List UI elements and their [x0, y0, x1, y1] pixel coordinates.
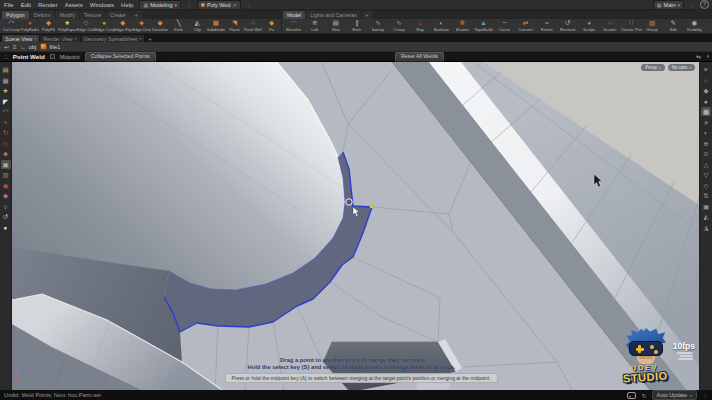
- desk-selector[interactable]: ▦ Main ▾: [653, 0, 684, 10]
- -[interactable]: +: [131, 11, 142, 19]
- knife[interactable]: ╲ Knife: [169, 19, 188, 33]
- view-mode-icon[interactable]: ▣: [1, 160, 11, 169]
- headlight-icon[interactable]: ◐: [701, 128, 711, 137]
- create[interactable]: Create: [106, 11, 130, 19]
- viewport-canvas[interactable]: Persp ▾ No cam ▾ Drag a point to another…: [12, 62, 699, 390]
- lock-icon[interactable]: ◆: [701, 86, 711, 95]
- grip-dots-icon[interactable]: ⋮: [702, 392, 708, 399]
- auto-update-selector[interactable]: Auto Update ▾: [652, 390, 697, 400]
- camera-icon[interactable]: ◮: [701, 223, 711, 232]
- camera-select-button[interactable]: No cam ▾: [668, 64, 695, 71]
- menu-item[interactable]: Windows: [89, 2, 115, 8]
- -[interactable]: +: [362, 11, 373, 19]
- flipbook-icon[interactable]: ◆: [1, 191, 11, 200]
- refine[interactable]: ≈ Refine: [536, 19, 557, 32]
- star-icon[interactable]: ★: [1, 86, 11, 95]
- record-icon[interactable]: ◉: [1, 181, 11, 190]
- polyfill[interactable]: ◆ PolyFill: [39, 19, 58, 33]
- sweep[interactable]: ∿ Sweep: [367, 19, 388, 32]
- target-point[interactable]: [370, 205, 373, 208]
- scene-3d[interactable]: [12, 62, 699, 390]
- lights-and-cameras[interactable]: Lights and Cameras: [306, 11, 360, 19]
- hide-unselected-icon[interactable]: ○: [701, 76, 711, 85]
- measure-icon[interactable]: ⇅: [701, 191, 711, 200]
- render-view[interactable]: Render View ▾: [40, 35, 80, 42]
- edge-cusp[interactable]: ● Edge Cusp: [95, 19, 114, 33]
- subdivide[interactable]: ▦ Subdivide: [207, 19, 226, 33]
- persp-view-button[interactable]: Persp ▾: [641, 64, 665, 71]
- menu-item[interactable]: Edit: [20, 2, 32, 8]
- rails[interactable]: ∥ Rails: [346, 19, 367, 32]
- display-icon[interactable]: ◑: [705, 53, 709, 60]
- snapshot-icon[interactable]: ▥: [1, 170, 11, 179]
- view-quality-icon[interactable]: ◭: [701, 212, 711, 221]
- active-tool-chip[interactable]: Poly Wed ↗: [197, 0, 241, 10]
- ray[interactable]: ↓ Ray: [410, 19, 431, 32]
- creep[interactable]: ∿ Creep: [388, 19, 409, 32]
- scene-view[interactable]: Scene View ▾: [2, 35, 39, 42]
- model[interactable]: Model: [283, 11, 305, 19]
- menu-item[interactable]: Assets: [64, 2, 84, 8]
- reset-all-welds-button[interactable]: Reset All Welds: [395, 52, 444, 62]
- edit[interactable]: ✎ Edit: [663, 19, 684, 32]
- texture[interactable]: Texture: [80, 11, 105, 19]
- normals-icon[interactable]: △: [701, 160, 711, 169]
- image-icon[interactable]: ▦: [1, 76, 11, 85]
- loft[interactable]: ≋ Loft: [304, 19, 325, 32]
- pan-icon[interactable]: ●: [1, 223, 11, 232]
- reverse[interactable]: ↺ Reverse: [557, 19, 578, 32]
- facet[interactable]: ◥ Facet: [225, 19, 244, 33]
- point-weld[interactable]: ∴ Point Weld: [244, 19, 263, 33]
- pin-icon[interactable]: ▤: [1, 65, 11, 74]
- collapse-selected-points-button[interactable]: Collapse Selected Points: [85, 52, 156, 62]
- modify[interactable]: Modify: [56, 11, 79, 19]
- wire-shaded-icon[interactable]: ▦: [701, 107, 711, 116]
- topobuild[interactable]: ▲ TopoBuild: [473, 19, 494, 32]
- shading-icon[interactable]: ●: [701, 97, 711, 106]
- clip[interactable]: ◭ Clip: [188, 19, 207, 33]
- vertices-icon[interactable]: ▽: [701, 170, 711, 179]
- revolve[interactable]: ◠ Revolve: [283, 19, 304, 32]
- edge-collapse[interactable]: ◇ Edge Collapse: [76, 19, 95, 33]
- cluster-points[interactable]: ∷ Cluster Points: [621, 19, 642, 32]
- path-root[interactable]: ∟ obj: [21, 44, 37, 50]
- edge-flip[interactable]: ◆ Edge Flip: [114, 19, 133, 33]
- message-bubble-icon[interactable]: [627, 392, 636, 399]
- scatter[interactable]: ∴ Scatter: [599, 19, 620, 32]
- grid-icon[interactable]: ◇: [701, 181, 711, 190]
- pose-icon[interactable]: ○: [1, 202, 11, 211]
- menu-item[interactable]: Help: [120, 2, 134, 8]
- lasso-select-icon[interactable]: ◠: [1, 107, 11, 116]
- visibility[interactable]: ◉ Visibility: [684, 19, 705, 32]
- help-icon[interactable]: ?: [700, 0, 709, 9]
- skin[interactable]: ▤ Skin: [325, 19, 346, 32]
- back-icon[interactable]: ↩: [4, 43, 9, 50]
- lighting-icon[interactable]: ☀: [701, 118, 711, 127]
- snapping-icon[interactable]: ⊕: [701, 139, 711, 148]
- scale-icon[interactable]: ◇: [1, 139, 11, 148]
- shatter[interactable]: ※ Shatter: [452, 19, 473, 32]
- menu-item[interactable]: Render: [37, 2, 59, 8]
- display-options-icon[interactable]: ≡: [701, 65, 711, 74]
- menu-item[interactable]: File: [3, 2, 15, 8]
- sync-icon[interactable]: ⇆: [696, 53, 701, 60]
- orbit-icon[interactable]: ↺: [1, 212, 11, 221]
- group[interactable]: ▧ Group: [642, 19, 663, 32]
- info-icon[interactable]: ▣: [701, 202, 711, 211]
- desktop-selector[interactable]: ▦ Modeling ▾: [139, 0, 181, 10]
- fu[interactable]: ◆ Fu: [262, 19, 281, 33]
- hamburger-icon[interactable]: ≡: [13, 44, 17, 50]
- refresh-icon[interactable]: ↻: [641, 392, 646, 399]
- deform[interactable]: Deform: [30, 11, 55, 19]
- path-node[interactable]: file1: [40, 43, 60, 50]
- curve[interactable]: ~ Curve: [494, 19, 515, 32]
- midpoint-checkbox[interactable]: [50, 54, 55, 59]
- boolean[interactable]: ◐ Boolean: [431, 19, 452, 32]
- handles-icon[interactable]: ◈: [1, 149, 11, 158]
- sculpt[interactable]: ◕ Sculpt: [578, 19, 599, 32]
- cut-loop[interactable]: ◠ Cut Loop: [2, 19, 21, 33]
- polyexpand2d[interactable]: ★ PolyExpand2D: [58, 19, 77, 33]
- geometry-spreadsheet[interactable]: Geometry Spreadsheet ▾: [81, 35, 145, 42]
- dissolve[interactable]: ◆ Dissolve: [151, 19, 170, 33]
- edge-divide[interactable]: ◈ Edge Divide: [132, 19, 151, 33]
